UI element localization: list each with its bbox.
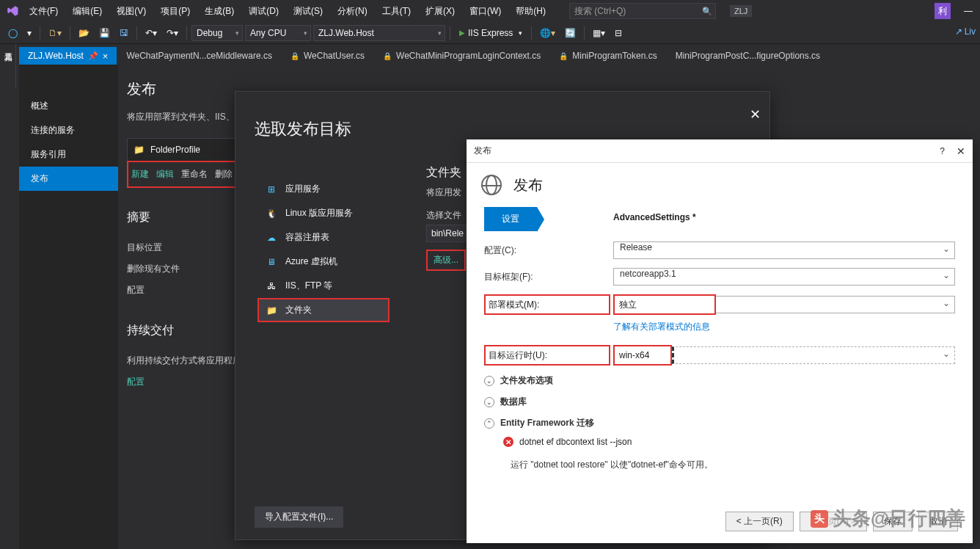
- tab-2[interactable]: 🔒WeChatUser.cs: [282, 47, 373, 65]
- tab-3[interactable]: 🔒WeChatMiniProgramLoginContext.cs: [374, 47, 549, 65]
- new-link[interactable]: 新建: [131, 168, 149, 181]
- nav-services[interactable]: 连接的服务: [19, 118, 118, 142]
- nav-back-icon[interactable]: ◯: [4, 26, 21, 40]
- target-registry[interactable]: ☁容器注册表: [257, 225, 390, 250]
- close-icon[interactable]: ×: [103, 51, 109, 62]
- deploy-mode-info-link[interactable]: 了解有关部署模式的信息: [467, 319, 973, 341]
- refresh-icon[interactable]: 🔄: [561, 26, 579, 40]
- target-folder[interactable]: 📁文件夹: [257, 298, 390, 322]
- cd-desc: 利用持续交付方式将应用程序: [127, 350, 249, 371]
- save-all-icon[interactable]: 🖫: [116, 26, 132, 40]
- profile-actions: 新建 编辑 重命名 删除: [127, 161, 237, 188]
- nav-overview[interactable]: 概述: [19, 94, 118, 118]
- cd-config-link[interactable]: 配置: [127, 371, 249, 393]
- play-icon: ▶: [459, 29, 465, 37]
- menu-project[interactable]: 项目(P): [155, 2, 196, 21]
- folder-icon: 📁: [265, 305, 278, 316]
- advanced-link[interactable]: 高级...: [426, 250, 466, 271]
- framework-label: 目标框架(F):: [484, 271, 613, 283]
- back-button[interactable]: < 上一页(R): [725, 512, 794, 531]
- tab-4[interactable]: 🔒MiniProgramToken.cs: [550, 47, 665, 65]
- publish-dialog: 发布 ? ✕ 发布 设置 AdvancedSettings * 配置(C): R…: [467, 139, 973, 543]
- publish-desc: 将应用部署到文件夹、IIS、Az: [127, 111, 249, 123]
- platform-combo[interactable]: Any CPU: [245, 25, 311, 41]
- target-iisftp[interactable]: 🖧IIS、FTP 等: [257, 274, 390, 298]
- runtime-combo[interactable]: win-x64: [613, 345, 672, 366]
- watermark-icon: 头: [811, 510, 828, 528]
- publish-heading: 发布: [513, 175, 543, 195]
- browser-icon[interactable]: 🌐▾: [536, 26, 559, 40]
- rename-link[interactable]: 重命名: [181, 168, 208, 181]
- nav-fwd-icon[interactable]: ▾: [23, 26, 35, 40]
- toolbox-tab[interactable]: 工具箱: [0, 44, 16, 88]
- menu-edit[interactable]: 编辑(E): [67, 2, 108, 21]
- ef-expander[interactable]: ⌃Entity Framework 迁移: [467, 412, 973, 434]
- deploy-mode-label: 部署模式(M):: [484, 294, 610, 315]
- runtime-label: 目标运行时(U):: [484, 345, 610, 366]
- live-share-button[interactable]: ↗Liv: [955, 26, 976, 37]
- tool-icon[interactable]: ⊟: [611, 26, 626, 40]
- menu-help[interactable]: 帮助(H): [510, 2, 552, 21]
- menu-test[interactable]: 测试(S): [288, 2, 329, 21]
- menu-debug[interactable]: 调试(D): [243, 2, 285, 21]
- tab-active[interactable]: ZLJ.Web.Host 📌 ×: [19, 47, 117, 65]
- config-combo[interactable]: Debug: [191, 25, 243, 41]
- runtime-combo-ext[interactable]: [672, 346, 955, 364]
- globe-icon: [481, 175, 502, 195]
- pin-icon[interactable]: 📌: [88, 51, 98, 61]
- new-item-icon[interactable]: 🗋▾: [45, 26, 65, 40]
- open-icon[interactable]: 📂: [75, 26, 93, 40]
- file-options-expander[interactable]: ⌄文件发布选项: [467, 370, 973, 391]
- deploy-mode-combo-ext[interactable]: [716, 296, 955, 313]
- delete-link[interactable]: 删除: [215, 168, 233, 181]
- config-combo[interactable]: Release: [613, 241, 955, 259]
- framework-combo[interactable]: netcoreapp3.1: [613, 268, 955, 286]
- toolbar: ◯ ▾ 🗋▾ 📂 💾 🖫 ↶▾ ↷▾ Debug Any CPU ZLJ.Web…: [0, 22, 980, 44]
- redo-icon[interactable]: ↷▾: [163, 26, 182, 40]
- menu-tools[interactable]: 工具(T): [376, 2, 417, 21]
- target-loc: 目标位置: [127, 237, 249, 258]
- close-icon[interactable]: ✕: [957, 145, 965, 157]
- undo-icon[interactable]: ↶▾: [142, 26, 161, 40]
- config-label: 配置(C):: [484, 244, 613, 257]
- lock-icon: 🔒: [290, 52, 299, 60]
- appservice-icon: ⊞: [265, 184, 278, 194]
- database-expander[interactable]: ⌄数据库: [467, 391, 973, 412]
- menu-extensions[interactable]: 扩展(X): [420, 2, 461, 21]
- search-input[interactable]: 搜索 (Ctrl+Q) 🔍: [569, 3, 716, 19]
- cd-heading: 持续交付: [127, 323, 249, 338]
- registry-icon: ☁: [265, 233, 278, 243]
- path-input[interactable]: bin\Rele: [426, 225, 470, 242]
- nav-references[interactable]: 服务引用: [19, 142, 118, 167]
- menu-window[interactable]: 窗口(W): [464, 2, 507, 21]
- config-row: 配置: [127, 280, 249, 301]
- import-profile-button[interactable]: 导入配置文件(I)...: [255, 506, 343, 528]
- target-appservice[interactable]: ⊞应用服务: [257, 177, 390, 201]
- edit-link[interactable]: 编辑: [156, 168, 174, 181]
- save-icon[interactable]: 💾: [95, 26, 114, 40]
- tab-5[interactable]: MiniProgramPostC...figureOptions.cs: [667, 47, 829, 65]
- deploy-mode-combo[interactable]: 独立: [613, 294, 716, 315]
- help-icon[interactable]: ?: [940, 146, 945, 156]
- tab-label: ZLJ.Web.Host: [28, 51, 84, 61]
- menu-analyze[interactable]: 分析(N): [332, 2, 373, 21]
- menu-file[interactable]: 文件(F): [23, 2, 64, 21]
- startup-combo[interactable]: ZLJ.Web.Host: [313, 25, 445, 41]
- nav-publish[interactable]: 发布: [19, 167, 118, 191]
- minimize-icon[interactable]: —: [964, 6, 973, 16]
- run-button[interactable]: ▶IIS Express▾: [455, 28, 527, 38]
- target-list: ⊞应用服务 🐧Linux 版应用服务 ☁容器注册表 🖥Azure 虚拟机 🖧II…: [235, 155, 404, 322]
- lock-icon: 🔒: [383, 52, 392, 60]
- user-badge[interactable]: 利: [935, 3, 951, 19]
- layout-icon[interactable]: ▦▾: [589, 26, 609, 40]
- settings-tab[interactable]: 设置: [484, 207, 537, 231]
- tab-1[interactable]: WeChatPaymentN...ceMiddleware.cs: [117, 47, 281, 65]
- search-placeholder: 搜索 (Ctrl+Q): [574, 5, 626, 18]
- menu-view[interactable]: 视图(V): [111, 2, 152, 21]
- menu-build[interactable]: 生成(B): [199, 2, 240, 21]
- dialog-close-icon[interactable]: ✕: [750, 106, 761, 123]
- target-linux[interactable]: 🐧Linux 版应用服务: [257, 201, 390, 225]
- vm-icon: 🖥: [265, 257, 278, 267]
- target-azurevm[interactable]: 🖥Azure 虚拟机: [257, 250, 390, 274]
- profile-selector[interactable]: 📁 FolderProfile: [127, 138, 249, 161]
